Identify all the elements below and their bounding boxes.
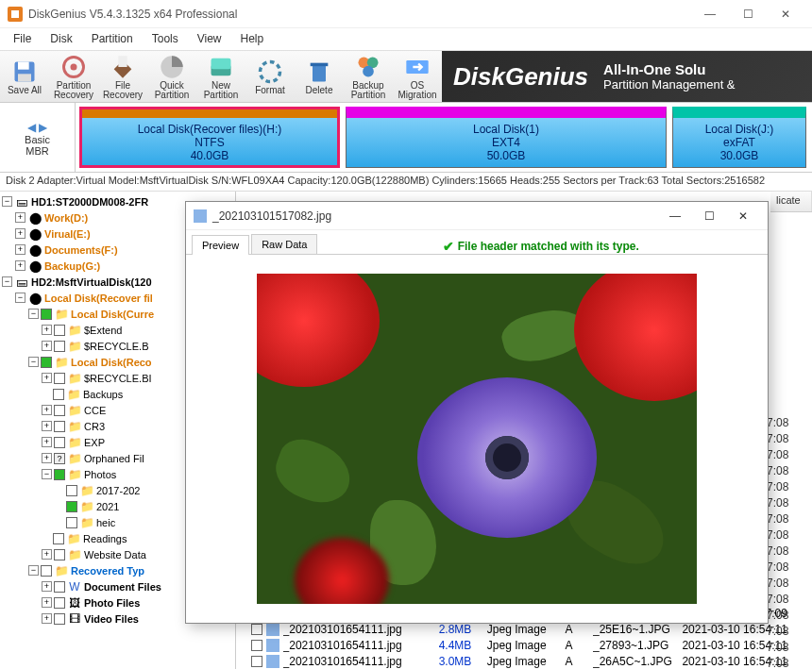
svg-point-9 — [261, 61, 280, 81]
checkbox[interactable] — [251, 640, 262, 651]
checkbox[interactable] — [251, 624, 262, 635]
list-header: licate — [770, 192, 812, 212]
file-icon — [266, 655, 279, 668]
preview-minimize-button[interactable]: — — [658, 203, 692, 229]
folder-icon: 📁 — [54, 308, 69, 321]
hdd-icon: 🖴 — [14, 195, 29, 209]
video-icon: 🎞 — [67, 612, 82, 626]
time-column: 7:087:087:087:087:087:087:087:087:087:08… — [767, 416, 810, 669]
svg-rect-5 — [118, 56, 127, 67]
svg-rect-11 — [311, 62, 329, 66]
photo-icon: 🖼 — [67, 596, 82, 610]
menu-bar: File Disk Partition Tools View Help — [0, 28, 812, 51]
quick-partition-button[interactable]: Quick Partition — [147, 53, 196, 100]
menu-file[interactable]: File — [4, 28, 41, 50]
minimize-button[interactable]: — — [691, 0, 729, 28]
word-icon: W — [67, 580, 82, 594]
tab-preview[interactable]: Preview — [192, 235, 249, 255]
disk-basic-label: Basic — [25, 134, 50, 145]
file-icon — [266, 639, 279, 652]
partition-block-1[interactable]: Local Disk(1) EXT4 50.0GB — [346, 107, 667, 168]
preview-close-button[interactable]: ✕ — [726, 203, 760, 229]
close-button[interactable]: ✕ — [767, 0, 804, 28]
hdd-icon: 🖴 — [14, 276, 29, 289]
app-icon — [8, 7, 23, 22]
backup-partition-button[interactable]: Backup Partition — [344, 53, 393, 100]
partition-block-h[interactable]: Local Disk(Recover files)(H:) NTFS 40.0G… — [79, 107, 340, 168]
format-button[interactable]: Format — [245, 53, 295, 100]
file-icon — [194, 209, 207, 223]
file-row[interactable]: _202103101654111.jpg3.0MBJpeg ImageA_26A… — [236, 653, 812, 669]
preview-title: _202103101517082.jpg — [212, 209, 658, 223]
preview-window: _202103101517082.jpg — ☐ ✕ Preview Raw D… — [185, 201, 769, 624]
checkbox[interactable] — [41, 309, 52, 320]
col-licate[interactable]: licate — [770, 192, 812, 211]
svg-point-14 — [363, 65, 374, 76]
partition-recovery-button[interactable]: Partition Recovery — [49, 53, 98, 100]
menu-help[interactable]: Help — [231, 28, 274, 50]
menu-partition[interactable]: Partition — [82, 28, 143, 50]
nav-next-icon[interactable]: ▶ — [39, 121, 47, 134]
banner: DiskGenius All-In-One SoluPartition Mana… — [442, 51, 812, 103]
nav-prev-icon[interactable]: ◀ — [27, 121, 36, 134]
check-icon: ✔ — [443, 239, 454, 254]
preview-maximize-button[interactable]: ☐ — [692, 203, 726, 229]
svg-rect-1 — [18, 61, 29, 69]
tab-raw-data[interactable]: Raw Data — [251, 234, 317, 254]
drive-icon: ⬤ — [27, 211, 42, 225]
menu-view[interactable]: View — [188, 28, 231, 50]
file-icon — [266, 623, 279, 636]
svg-point-4 — [71, 63, 77, 70]
disk-mbr-label: MBR — [25, 145, 48, 157]
partition-block-j[interactable]: Local Disk(J:) exFAT 30.0GB — [672, 107, 806, 168]
window-title: DiskGenius V5.4.3.1325 x64 Professional — [28, 8, 691, 21]
svg-rect-8 — [211, 58, 231, 69]
expand-icon[interactable]: − — [2, 196, 12, 207]
disk-nav-info: ◀ ▶ Basic MBR — [0, 103, 76, 172]
svg-rect-2 — [18, 74, 31, 81]
file-row[interactable]: _202103101654111.jpg4.4MBJpeg ImageA_278… — [236, 637, 812, 653]
new-partition-button[interactable]: New Partition — [196, 53, 245, 100]
disk-status-line: Disk 2 Adapter:Virtual Model:MsftVirtual… — [0, 173, 812, 192]
os-migration-button[interactable]: OS Migration — [393, 53, 442, 100]
file-recovery-button[interactable]: File Recovery — [98, 53, 147, 100]
menu-tools[interactable]: Tools — [143, 28, 188, 50]
maximize-button[interactable]: ☐ — [729, 0, 767, 28]
svg-rect-10 — [313, 65, 326, 82]
header-match-message: ✔File header matched with its type. — [319, 239, 762, 254]
image-preview — [257, 274, 697, 604]
checkbox[interactable] — [251, 656, 262, 667]
toolbar: Save All Partition Recovery File Recover… — [0, 51, 812, 103]
menu-disk[interactable]: Disk — [41, 28, 81, 50]
delete-button[interactable]: Delete — [295, 53, 344, 100]
save-all-button[interactable]: Save All — [0, 53, 49, 100]
banner-brand: DiskGenius — [453, 62, 588, 92]
